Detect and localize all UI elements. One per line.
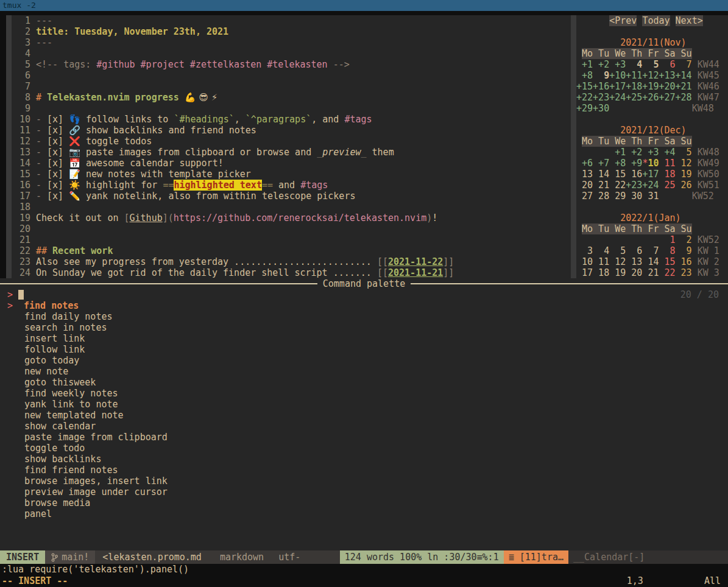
editor-line-text: --- xyxy=(36,37,52,48)
palette-item[interactable]: find daily notes xyxy=(7,311,728,322)
tmux-window: tmux -2 1---2title: Tuesday, November 23… xyxy=(0,0,728,587)
palette-item-label: find notes xyxy=(24,300,79,311)
line-number: 22 xyxy=(12,245,30,256)
palette-item[interactable]: search in notes xyxy=(7,322,728,333)
calendar-week-row[interactable]: 27 28 29 30 31 KW52 xyxy=(576,191,728,202)
palette-prompt-row[interactable]: > 20 / 20 xyxy=(7,289,728,300)
calendar-week-row[interactable]: +29+30 KW48 xyxy=(576,103,728,114)
text-cursor xyxy=(18,290,24,300)
line-number: 7 xyxy=(12,81,30,92)
editor-pane[interactable]: 1---2title: Tuesday, November 23th, 2021… xyxy=(6,15,571,278)
editor-line[interactable]: 13- [x] 📷 paste images from clipboard or… xyxy=(12,147,571,158)
palette-item[interactable]: browse images, insert link xyxy=(7,476,728,487)
editor-line[interactable]: 1--- xyxy=(12,15,571,26)
editor-line[interactable]: 8# Telekasten.nvim progress 💪 😎 ⚡ xyxy=(12,92,571,103)
palette-item[interactable]: follow link xyxy=(7,344,728,355)
editor-line[interactable]: 7 xyxy=(12,81,571,92)
editor-line-text: - [x] 📝 new notes with template picker xyxy=(36,169,251,180)
editor-line[interactable]: 5<!-- tags: #github #project #zettelkast… xyxy=(12,59,571,70)
line-number: 9 xyxy=(12,103,30,114)
editor-line[interactable]: 21 xyxy=(12,234,571,245)
calendar-week-row[interactable]: +15+16+17+18+19+20+21 KW46 xyxy=(576,81,728,92)
palette-item[interactable]: preview image under cursor xyxy=(7,487,728,497)
editor-line-text: - [x] 📷 paste images from clipboard or b… xyxy=(36,147,394,158)
editor-line[interactable]: 18 xyxy=(12,202,571,213)
calendar-week-row[interactable]: 1 2 KW52 xyxy=(576,234,728,245)
calendar-week-row[interactable]: 3 4 5 6 7 8 9 KW 1 xyxy=(576,245,728,256)
palette-item[interactable]: yank link to note xyxy=(7,399,728,410)
calendar-month-title: 2021/12(Dec) xyxy=(620,125,686,136)
command-palette[interactable]: > 20 / 20 > find notes find daily notess… xyxy=(0,289,728,550)
today-button[interactable]: Today xyxy=(642,15,670,26)
filetype: markdown xyxy=(220,550,264,564)
palette-item[interactable]: insert link xyxy=(7,333,728,344)
editor-line[interactable]: 17- [x] ✏️ yank notelink, also from with… xyxy=(12,191,571,202)
palette-item[interactable]: browse media xyxy=(7,497,728,508)
editor-line[interactable]: 22## Recent work xyxy=(12,245,571,256)
editor-line[interactable]: 3--- xyxy=(12,37,571,48)
git-branch-name: main! xyxy=(62,550,89,564)
editor-line[interactable]: 4 xyxy=(12,48,571,59)
calendar-week-row[interactable]: 10 11 12 13 14 15 16 KW 2 xyxy=(576,256,728,267)
editor-line[interactable]: 11- [x] 🔗 show backlinks and friend note… xyxy=(12,125,571,136)
editor-line[interactable]: 19Check it out on [Github](https://githu… xyxy=(12,213,571,223)
palette-item[interactable]: paste image from clipboard xyxy=(7,432,728,443)
editor-line[interactable]: 23Also see my progress from yesterday ..… xyxy=(12,256,571,267)
editor-line[interactable]: 24On Sunday we got rid of the daily find… xyxy=(12,267,571,278)
palette-item[interactable]: show backlinks xyxy=(7,454,728,465)
editor-line-text: - [x] ❌ toggle todos xyxy=(36,136,152,147)
palette-item[interactable]: goto today xyxy=(7,355,728,366)
calendar-week-row[interactable]: +1 +2 +3 4 5 6 7 KW44 xyxy=(576,59,728,70)
editor-line-text: - [x] 📅 awesome calendar support! xyxy=(36,158,224,169)
editor-line-text: - [x] 👣 follow links to `#headings`, `^p… xyxy=(36,114,372,125)
calendar-pane[interactable]: <Prev Today Next> 2021/11(Nov) Mo Tu We … xyxy=(571,15,728,278)
calendar-month-title-row: 2021/11(Nov) xyxy=(576,37,728,48)
editor-line[interactable]: 16- [x] ☀️ highlight for ==highlighted t… xyxy=(12,180,571,191)
calendar-week-row[interactable]: 20 21 22+23+24 25 26 KW51 xyxy=(576,180,728,191)
calendar-week-row[interactable]: +8 9+10+11+12+13+14 KW45 xyxy=(576,70,728,81)
command-line[interactable]: :lua require('telekasten').panel() xyxy=(0,564,728,575)
weekday-header-labels: Mo Tu We Th Fr Sa Su xyxy=(582,48,692,59)
editor-line[interactable]: 12- [x] ❌ toggle todos xyxy=(12,136,571,147)
calendar-week-row[interactable]: 13 14 15 16+17 18 19 KW50 xyxy=(576,169,728,180)
mode-indicator: INSERT xyxy=(0,550,45,564)
palette-item-selected[interactable]: > find notes xyxy=(7,300,728,311)
palette-item[interactable]: toggle todo xyxy=(7,443,728,454)
result-counter: 20 / 20 xyxy=(680,289,728,300)
palette-item[interactable]: find weekly notes xyxy=(7,388,728,399)
palette-item[interactable]: panel xyxy=(7,508,728,519)
calendar-blank-row xyxy=(576,114,728,125)
editor-line[interactable]: 9 xyxy=(12,103,571,114)
editor-sign-column xyxy=(6,15,12,278)
editor-line[interactable]: 10- [x] 👣 follow links to `#headings`, `… xyxy=(12,114,571,125)
line-number: 11 xyxy=(12,125,30,136)
palette-item[interactable]: new templated note xyxy=(7,410,728,421)
editor-line[interactable]: 15- [x] 📝 new notes with template picker xyxy=(12,169,571,180)
selection-caret: > xyxy=(7,300,13,311)
palette-item[interactable]: find friend notes xyxy=(7,465,728,476)
line-number: 21 xyxy=(12,234,30,245)
file-segment: <lekasten.promo.md markdown utf-8[unix] xyxy=(95,550,339,564)
prev-button[interactable]: <Prev xyxy=(609,15,637,26)
calendar-week-row[interactable]: 17 18 19 20 21 22 23 KW 3 xyxy=(576,267,728,278)
line-number: 2 xyxy=(12,26,30,37)
insert-mode-label: -- INSERT -- xyxy=(2,575,68,587)
file-name: <lekasten.promo.md xyxy=(102,550,202,564)
palette-item[interactable]: new note xyxy=(7,366,728,377)
line-number: 23 xyxy=(12,256,30,267)
editor-line[interactable]: 2title: Tuesday, November 23th, 2021 xyxy=(12,26,571,37)
palette-item[interactable]: goto thisweek xyxy=(7,377,728,388)
palette-item[interactable]: show calendar xyxy=(7,421,728,432)
calendar-week-row[interactable]: +1 +2 +3 +4 5 KW48 xyxy=(576,147,728,158)
editor-line[interactable]: 14- [x] 📅 awesome calendar support! xyxy=(12,158,571,169)
bottom-mode-line: -- INSERT -- 1,3 All xyxy=(0,575,728,587)
editor-line[interactable]: 6 xyxy=(12,70,571,81)
next-button[interactable]: Next> xyxy=(676,15,703,26)
calendar-week-row[interactable]: +22+23+24+25+26+27+28 KW47 xyxy=(576,92,728,103)
tab-indicator-segment[interactable]: ≣ [11]tra… xyxy=(504,550,568,564)
git-branch-icon xyxy=(51,553,58,562)
calendar-week-row[interactable]: +6 +7 +8 +9*10 11 12 KW49 xyxy=(576,158,728,169)
line-number: 3 xyxy=(12,37,30,48)
editor-line[interactable]: 20 xyxy=(12,223,571,234)
line-number: 8 xyxy=(12,92,30,103)
